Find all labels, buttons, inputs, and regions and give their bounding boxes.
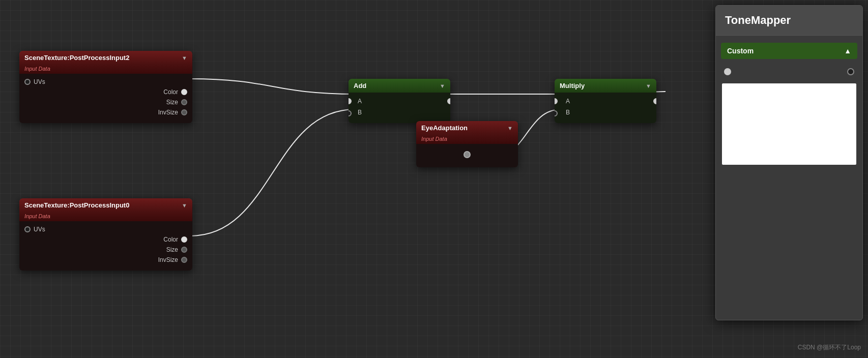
add-a-left-port[interactable] bbox=[349, 98, 352, 104]
scene-texture-bottom-title: SceneTexture:PostProcessInput0 bbox=[24, 201, 129, 209]
uvs-left-port-top[interactable] bbox=[24, 79, 31, 85]
tonemapper-right-port[interactable] bbox=[847, 68, 854, 75]
invsize-label-top: InvSize bbox=[158, 109, 178, 116]
add-a-label: A bbox=[358, 98, 362, 105]
eye-adaptation-title: EyeAdaptation bbox=[421, 124, 468, 132]
tonemapper-dropdown-label: Custom bbox=[727, 47, 754, 55]
tonemapper-panel: ToneMapper Custom ▲ bbox=[715, 5, 863, 320]
color-label-bottom: Color bbox=[163, 236, 178, 243]
watermark: CSDN @循环不了Loop bbox=[798, 343, 861, 352]
color-row-top: Color bbox=[19, 87, 192, 97]
tonemapper-title: ToneMapper bbox=[716, 6, 862, 36]
multiply-a-left-port[interactable] bbox=[555, 98, 558, 104]
add-header: Add ▼ bbox=[349, 79, 450, 93]
scene-texture-top-subtitle: Input Data bbox=[19, 65, 192, 74]
multiply-body: A B bbox=[555, 93, 656, 123]
tonemapper-canvas bbox=[722, 83, 856, 165]
add-a-right-port[interactable] bbox=[447, 98, 450, 104]
eye-adaptation-chevron[interactable]: ▼ bbox=[507, 125, 513, 131]
scene-texture-top-header: SceneTexture:PostProcessInput2 ▼ bbox=[19, 51, 192, 65]
multiply-header: Multiply ▼ bbox=[555, 79, 656, 93]
scene-texture-bottom-node: SceneTexture:PostProcessInput0 ▼ Input D… bbox=[19, 198, 192, 271]
tonemapper-left-port[interactable] bbox=[724, 68, 731, 75]
uvs-row-bottom: UVs bbox=[19, 224, 192, 234]
multiply-b-left-port[interactable] bbox=[555, 110, 558, 116]
size-row-top: Size bbox=[19, 97, 192, 107]
size-label-top: Size bbox=[166, 99, 178, 106]
multiply-chevron[interactable]: ▼ bbox=[646, 83, 651, 89]
size-right-port-bottom[interactable] bbox=[181, 247, 187, 253]
tonemapper-dropdown[interactable]: Custom ▲ bbox=[721, 43, 857, 59]
uvs-row-top: UVs bbox=[19, 77, 192, 87]
multiply-a-label: A bbox=[566, 98, 570, 105]
add-chevron[interactable]: ▼ bbox=[440, 83, 445, 89]
uvs-left-port-bottom[interactable] bbox=[24, 226, 31, 232]
add-body: A B bbox=[349, 93, 450, 123]
scene-texture-bottom-header: SceneTexture:PostProcessInput0 ▼ bbox=[19, 198, 192, 212]
invsize-label-bottom: InvSize bbox=[158, 256, 178, 263]
eye-adaptation-header: EyeAdaptation ▼ bbox=[416, 121, 518, 135]
eye-adaptation-node: EyeAdaptation ▼ Input Data bbox=[416, 121, 518, 167]
color-right-port-bottom[interactable] bbox=[181, 236, 187, 243]
color-row-bottom: Color bbox=[19, 234, 192, 245]
multiply-a-row: A bbox=[555, 96, 656, 107]
tonemapper-ports-row bbox=[716, 64, 862, 79]
size-row-bottom: Size bbox=[19, 245, 192, 255]
tonemapper-chevron-up: ▲ bbox=[844, 47, 851, 55]
add-node: Add ▼ A B bbox=[349, 79, 450, 123]
scene-texture-bottom-subtitle: Input Data bbox=[19, 212, 192, 221]
add-b-left-port[interactable] bbox=[349, 110, 352, 116]
add-title: Add bbox=[354, 82, 366, 90]
scene-texture-top-node: SceneTexture:PostProcessInput2 ▼ Input D… bbox=[19, 51, 192, 123]
scene-texture-bottom-chevron[interactable]: ▼ bbox=[182, 202, 187, 208]
add-a-row: A bbox=[349, 96, 450, 107]
multiply-node: Multiply ▼ A B bbox=[555, 79, 656, 123]
color-label-top: Color bbox=[163, 88, 178, 96]
size-right-port-top[interactable] bbox=[181, 99, 187, 105]
add-b-row: B bbox=[349, 107, 450, 120]
multiply-a-right-port[interactable] bbox=[653, 98, 656, 104]
multiply-b-label: B bbox=[566, 109, 570, 116]
uvs-label-bottom: UVs bbox=[34, 226, 45, 233]
scene-texture-top-title: SceneTexture:PostProcessInput2 bbox=[24, 54, 129, 62]
eye-adaptation-subtitle: Input Data bbox=[416, 135, 518, 144]
scene-texture-top-chevron[interactable]: ▼ bbox=[182, 55, 187, 61]
invsize-right-port-bottom[interactable] bbox=[181, 257, 187, 263]
color-right-port-top[interactable] bbox=[181, 89, 187, 95]
scene-texture-bottom-body: UVs Color Size InvSize bbox=[19, 221, 192, 271]
multiply-b-row: B bbox=[555, 107, 656, 120]
invsize-row-bottom: InvSize bbox=[19, 255, 192, 267]
invsize-right-port-top[interactable] bbox=[181, 109, 187, 115]
add-b-label: B bbox=[358, 109, 362, 116]
scene-texture-top-body: UVs Color Size InvSize bbox=[19, 74, 192, 123]
invsize-row-top: InvSize bbox=[19, 107, 192, 120]
eye-adaptation-bottom-port[interactable] bbox=[464, 151, 471, 158]
eye-adaptation-body bbox=[416, 144, 518, 167]
tonemapper-body: Custom ▲ bbox=[716, 36, 862, 171]
multiply-title: Multiply bbox=[560, 82, 585, 90]
size-label-bottom: Size bbox=[166, 246, 178, 253]
uvs-label-top: UVs bbox=[34, 78, 45, 85]
